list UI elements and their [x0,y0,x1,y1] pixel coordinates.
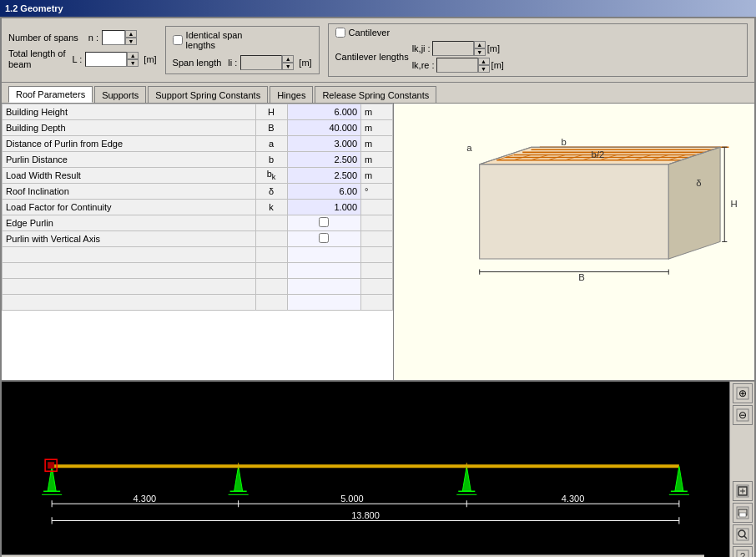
zoom-out-icon: ⊖ [736,408,749,422]
cantilever-lengths-label: Cantilever lengths [335,52,409,62]
li-unit: [m] [299,58,311,68]
row-label: Building Height [3,104,256,120]
n-input-group: 3 ▲ ▼ [102,30,137,45]
identical-spans-checkbox[interactable] [173,35,183,45]
svg-rect-29 [2,382,729,557]
li-input[interactable] [240,55,282,70]
row-label: Load Width Result [3,168,256,184]
load-width-input[interactable] [291,170,358,180]
l-spinner: ▲ ▼ [127,52,139,67]
B-label: B [578,272,585,282]
zoom-in-button[interactable]: ⊕ [733,383,753,403]
row-value [287,215,361,231]
lk-ji-unit: [m] [487,43,500,53]
purlin-edge-dist-input[interactable] [291,139,358,149]
diagram-section: a b b/2 H δ B [394,104,754,380]
tab-hinges[interactable]: Hinges [270,86,313,103]
row-unit [361,215,393,231]
svg-rect-44 [48,462,54,468]
lk-ji-input[interactable] [432,41,474,56]
roof-inclination-input[interactable] [291,186,358,196]
n-up-btn[interactable]: ▲ [125,30,137,38]
total-length-group: Total length of beam L : 13.800 ▲ ▼ [m] [8,48,157,70]
delta-label: δ [696,178,701,188]
row-unit: ° [361,184,393,200]
print-icon [736,506,749,519]
svg-text:⊕: ⊕ [738,387,747,399]
tab-roof-params[interactable]: Roof Parameters [8,86,93,103]
row-label: Roof Inclination [3,184,256,200]
cantilever-column: Cantilever Cantilever lengths lk,ji : ▲ … [328,23,748,77]
building-height-input[interactable] [291,107,358,117]
fit-icon [736,484,749,498]
l-up-btn[interactable]: ▲ [127,52,139,59]
row-symbol: δ [255,184,287,200]
title-bar: 1.2 Geometry [0,0,756,17]
total-length-label2: beam [8,59,66,70]
span-length-label: Span length [173,58,222,68]
total-span-label: 13.800 [351,510,380,520]
search-icon [736,528,749,541]
svg-marker-20 [480,165,669,259]
span2-label: 5.000 [340,494,364,504]
main-container: Number of spans n : 3 ▲ ▼ Total length o… [0,17,756,557]
help-button[interactable]: ? [733,546,753,558]
li-down-btn[interactable]: ▼ [282,63,294,70]
print-button[interactable] [733,503,753,523]
H-label: H [730,199,737,209]
l-unit: [m] [144,54,156,64]
row-unit: m [361,104,393,120]
row-unit [361,231,393,247]
purlin-dist-input[interactable] [291,154,358,165]
lk-re-label: lk,re : [412,60,435,70]
lk-ji-input-group: ▲ ▼ [432,41,486,56]
n-down-btn[interactable]: ▼ [125,38,137,45]
params-table: Building Height H m Building Depth B [2,104,393,311]
l-down-btn[interactable]: ▼ [127,59,139,67]
search-button[interactable] [733,524,753,544]
n-input[interactable]: 3 [102,30,125,45]
building-depth-input[interactable] [291,123,358,133]
row-symbol: bk [255,168,287,184]
lk-re-up[interactable]: ▲ [478,58,490,65]
zoom-out-button[interactable]: ⊖ [733,405,753,425]
fit-button[interactable] [733,481,753,501]
a-label: a [466,143,472,153]
table-row: Building Depth B m [3,120,393,136]
row-unit: m [361,168,393,184]
l-input[interactable]: 13.800 [85,52,127,67]
l-label: L : [73,54,83,64]
li-up-btn[interactable]: ▲ [282,55,294,63]
edge-purlin-checkbox[interactable] [319,217,329,227]
tab-supports[interactable]: Supports [94,86,146,103]
tab-release-spring[interactable]: Release Spring Constants [315,86,436,103]
bottom-section: 4.300 5.000 4.300 13.800 [2,380,754,557]
row-label: Purlin Distance [3,152,256,168]
b-label: b [562,137,567,147]
lk-re-row: lk,re : ▲ ▼ [m] [412,58,504,73]
purlin-vertical-axis-checkbox[interactable] [319,233,329,243]
row-unit: m [361,120,393,136]
lk-ji-up[interactable]: ▲ [474,41,486,48]
lk-ji-down[interactable]: ▼ [474,48,486,56]
load-factor-input[interactable] [291,202,358,212]
beam-drawing-svg: 4.300 5.000 4.300 13.800 [2,382,729,557]
row-value [287,184,361,200]
toolbar-right: ⊕ ⊖ [729,382,754,557]
lk-re-input[interactable] [436,58,478,73]
table-row [3,279,393,295]
lk-re-input-group: ▲ ▼ [436,58,490,73]
cantilever-lengths-row: Cantilever lengths lk,ji : ▲ ▼ [m] [335,41,740,73]
tab-spring-constants[interactable]: Support Spring Constants [148,86,268,103]
row-value [287,200,361,215]
identical-spans-row: Identical spanlengths [173,30,312,50]
table-row [3,247,393,263]
li-input-group: ▲ ▼ [240,55,294,70]
svg-rect-67 [739,513,746,517]
params-table-section: Building Height H m Building Depth B [2,104,394,380]
num-spans-group: Number of spans n : 3 ▲ ▼ [8,30,157,45]
table-row: Edge Purlin [3,215,393,231]
lk-re-down[interactable]: ▼ [478,65,490,73]
cantilever-checkbox[interactable] [335,28,345,38]
row-symbol: B [255,120,287,136]
